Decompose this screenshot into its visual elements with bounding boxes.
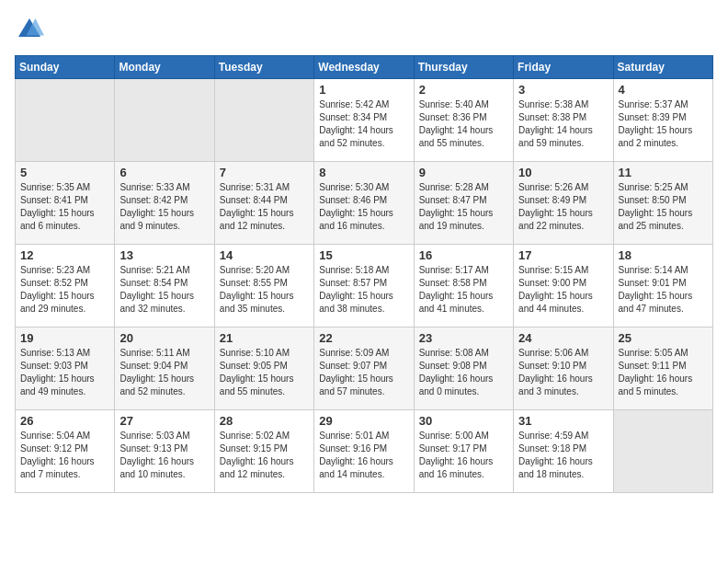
day-info: Sunrise: 5:04 AM Sunset: 9:12 PM Dayligh… [20, 430, 109, 481]
day-number: 9 [419, 166, 508, 179]
weekday-header-saturday: Saturday [613, 56, 712, 79]
day-info: Sunrise: 5:18 AM Sunset: 8:57 PM Dayligh… [319, 264, 408, 316]
calendar-cell [16, 79, 115, 162]
calendar-cell: 23Sunrise: 5:08 AM Sunset: 9:08 PM Dayli… [414, 327, 513, 410]
calendar-week-5: 26Sunrise: 5:04 AM Sunset: 9:12 PM Dayli… [16, 410, 713, 493]
calendar-cell: 2Sunrise: 5:40 AM Sunset: 8:36 PM Daylig… [414, 79, 513, 162]
day-info: Sunrise: 5:31 AM Sunset: 8:44 PM Dayligh… [220, 181, 309, 233]
calendar-cell [214, 79, 313, 162]
day-info: Sunrise: 5:33 AM Sunset: 8:42 PM Dayligh… [119, 181, 209, 233]
day-info: Sunrise: 5:37 AM Sunset: 8:39 PM Dayligh… [619, 98, 708, 150]
calendar-cell: 3Sunrise: 5:38 AM Sunset: 8:38 PM Daylig… [514, 79, 613, 162]
day-number: 16 [419, 248, 508, 262]
day-info: Sunrise: 5:13 AM Sunset: 9:03 PM Dayligh… [20, 347, 109, 398]
day-info: Sunrise: 5:14 AM Sunset: 9:01 PM Dayligh… [619, 264, 708, 316]
calendar-cell: 4Sunrise: 5:37 AM Sunset: 8:39 PM Daylig… [613, 79, 712, 162]
calendar-cell: 9Sunrise: 5:28 AM Sunset: 8:47 PM Daylig… [414, 162, 513, 245]
calendar-week-1: 1Sunrise: 5:42 AM Sunset: 8:34 PM Daylig… [16, 79, 713, 162]
day-number: 14 [220, 248, 309, 262]
day-info: Sunrise: 5:15 AM Sunset: 9:00 PM Dayligh… [518, 264, 608, 316]
day-number: 17 [518, 248, 608, 262]
weekday-header-wednesday: Wednesday [314, 56, 414, 79]
day-number: 11 [619, 166, 708, 179]
day-info: Sunrise: 5:25 AM Sunset: 8:50 PM Dayligh… [619, 181, 708, 233]
day-number: 1 [319, 83, 408, 97]
calendar-cell: 21Sunrise: 5:10 AM Sunset: 9:05 PM Dayli… [214, 327, 313, 410]
day-info: Sunrise: 5:23 AM Sunset: 8:52 PM Dayligh… [20, 264, 109, 316]
logo [15, 15, 48, 44]
day-number: 10 [518, 166, 608, 179]
calendar-cell: 5Sunrise: 5:35 AM Sunset: 8:41 PM Daylig… [16, 162, 115, 245]
calendar-cell [613, 410, 712, 493]
calendar-cell: 27Sunrise: 5:03 AM Sunset: 9:13 PM Dayli… [115, 410, 214, 493]
calendar-cell: 14Sunrise: 5:20 AM Sunset: 8:55 PM Dayli… [214, 245, 313, 327]
day-number: 4 [619, 83, 708, 97]
calendar-cell: 18Sunrise: 5:14 AM Sunset: 9:01 PM Dayli… [613, 245, 712, 327]
weekday-header-tuesday: Tuesday [214, 56, 313, 79]
day-number: 13 [119, 248, 209, 262]
calendar-cell: 10Sunrise: 5:26 AM Sunset: 8:49 PM Dayli… [514, 162, 613, 245]
day-number: 23 [419, 331, 508, 345]
day-info: Sunrise: 5:28 AM Sunset: 8:47 PM Dayligh… [419, 181, 508, 233]
calendar-cell [115, 79, 214, 162]
day-number: 26 [20, 414, 109, 428]
weekday-header-sunday: Sunday [16, 56, 115, 79]
day-info: Sunrise: 5:03 AM Sunset: 9:13 PM Dayligh… [119, 430, 209, 481]
weekday-header-thursday: Thursday [414, 56, 513, 79]
day-info: Sunrise: 5:40 AM Sunset: 8:36 PM Dayligh… [419, 98, 508, 150]
day-info: Sunrise: 5:01 AM Sunset: 9:16 PM Dayligh… [319, 430, 408, 481]
calendar-cell: 7Sunrise: 5:31 AM Sunset: 8:44 PM Daylig… [214, 162, 313, 245]
day-info: Sunrise: 5:35 AM Sunset: 8:41 PM Dayligh… [20, 181, 109, 233]
calendar-cell: 25Sunrise: 5:05 AM Sunset: 9:11 PM Dayli… [613, 327, 712, 410]
weekday-header-monday: Monday [115, 56, 214, 79]
calendar-cell: 15Sunrise: 5:18 AM Sunset: 8:57 PM Dayli… [314, 245, 414, 327]
day-info: Sunrise: 5:06 AM Sunset: 9:10 PM Dayligh… [518, 347, 608, 398]
calendar-cell: 8Sunrise: 5:30 AM Sunset: 8:46 PM Daylig… [314, 162, 414, 245]
day-number: 31 [518, 414, 608, 428]
day-number: 2 [419, 83, 508, 97]
day-number: 3 [518, 83, 608, 97]
day-number: 18 [619, 248, 708, 262]
day-number: 15 [319, 248, 408, 262]
calendar-cell: 16Sunrise: 5:17 AM Sunset: 8:58 PM Dayli… [414, 245, 513, 327]
day-number: 29 [319, 414, 408, 428]
calendar-cell: 31Sunrise: 4:59 AM Sunset: 9:18 PM Dayli… [514, 410, 613, 493]
calendar-cell: 26Sunrise: 5:04 AM Sunset: 9:12 PM Dayli… [16, 410, 115, 493]
day-info: Sunrise: 5:02 AM Sunset: 9:15 PM Dayligh… [220, 430, 309, 481]
logo-icon [15, 15, 44, 44]
day-number: 5 [20, 166, 109, 179]
day-info: Sunrise: 5:20 AM Sunset: 8:55 PM Dayligh… [220, 264, 309, 316]
day-info: Sunrise: 5:26 AM Sunset: 8:49 PM Dayligh… [518, 181, 608, 233]
calendar-table: SundayMondayTuesdayWednesdayThursdayFrid… [15, 55, 713, 493]
day-info: Sunrise: 5:38 AM Sunset: 8:38 PM Dayligh… [518, 98, 608, 150]
day-number: 27 [119, 414, 209, 428]
day-info: Sunrise: 5:10 AM Sunset: 9:05 PM Dayligh… [220, 347, 309, 398]
day-number: 19 [20, 331, 109, 345]
calendar-cell: 1Sunrise: 5:42 AM Sunset: 8:34 PM Daylig… [314, 79, 414, 162]
day-number: 28 [220, 414, 309, 428]
weekday-header-friday: Friday [514, 56, 613, 79]
day-info: Sunrise: 5:42 AM Sunset: 8:34 PM Dayligh… [319, 98, 408, 150]
calendar-cell: 11Sunrise: 5:25 AM Sunset: 8:50 PM Dayli… [613, 162, 712, 245]
calendar-cell: 19Sunrise: 5:13 AM Sunset: 9:03 PM Dayli… [16, 327, 115, 410]
day-number: 21 [220, 331, 309, 345]
page-header [15, 15, 713, 44]
day-info: Sunrise: 5:11 AM Sunset: 9:04 PM Dayligh… [119, 347, 209, 398]
day-info: Sunrise: 5:00 AM Sunset: 9:17 PM Dayligh… [419, 430, 508, 481]
day-info: Sunrise: 5:30 AM Sunset: 8:46 PM Dayligh… [319, 181, 408, 233]
day-number: 22 [319, 331, 408, 345]
day-number: 6 [119, 166, 209, 179]
day-number: 12 [20, 248, 109, 262]
day-info: Sunrise: 5:21 AM Sunset: 8:54 PM Dayligh… [119, 264, 209, 316]
day-number: 20 [119, 331, 209, 345]
calendar-cell: 12Sunrise: 5:23 AM Sunset: 8:52 PM Dayli… [16, 245, 115, 327]
calendar-cell: 29Sunrise: 5:01 AM Sunset: 9:16 PM Dayli… [314, 410, 414, 493]
weekday-header-row: SundayMondayTuesdayWednesdayThursdayFrid… [16, 56, 713, 79]
day-number: 30 [419, 414, 508, 428]
day-info: Sunrise: 5:09 AM Sunset: 9:07 PM Dayligh… [319, 347, 408, 398]
day-number: 25 [619, 331, 708, 345]
calendar-cell: 24Sunrise: 5:06 AM Sunset: 9:10 PM Dayli… [514, 327, 613, 410]
calendar-week-4: 19Sunrise: 5:13 AM Sunset: 9:03 PM Dayli… [16, 327, 713, 410]
calendar-cell: 20Sunrise: 5:11 AM Sunset: 9:04 PM Dayli… [115, 327, 214, 410]
calendar-week-2: 5Sunrise: 5:35 AM Sunset: 8:41 PM Daylig… [16, 162, 713, 245]
